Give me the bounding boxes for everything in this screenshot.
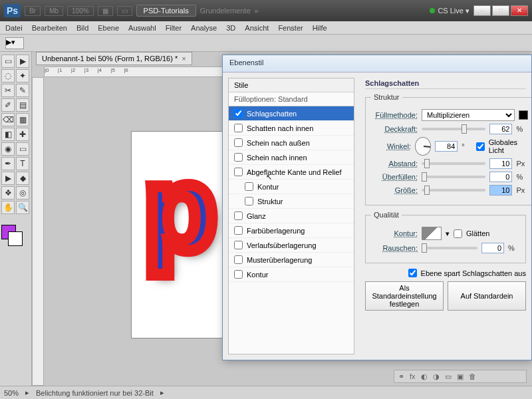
style-row-0[interactable]: Schlagschatten: [229, 106, 354, 121]
global-light-checkbox[interactable]: [476, 142, 485, 151]
tool-gradient[interactable]: ✚: [16, 128, 29, 141]
distance-slider[interactable]: [422, 162, 485, 165]
tool-blur[interactable]: ◉: [1, 142, 15, 156]
current-tool-icon[interactable]: ▶▾: [5, 37, 24, 49]
noise-input[interactable]: [481, 243, 504, 253]
style-row-7[interactable]: Glanz: [229, 209, 354, 223]
mask-icon[interactable]: ◐: [421, 372, 428, 381]
spread-input[interactable]: [489, 172, 512, 182]
tool-type[interactable]: T: [16, 157, 29, 170]
menu-analyse[interactable]: Analyse: [191, 24, 217, 32]
style-checkbox[interactable]: [234, 109, 243, 118]
style-row-3[interactable]: Schein nach innen: [229, 150, 354, 165]
knockout-checkbox[interactable]: [408, 269, 417, 277]
size-slider[interactable]: [422, 189, 485, 192]
tool-wand[interactable]: ✦: [16, 69, 29, 82]
bridge-badge[interactable]: Br: [25, 6, 41, 16]
zoom-level[interactable]: 100%: [67, 6, 94, 16]
menu-bild[interactable]: Bild: [76, 24, 88, 32]
noise-slider[interactable]: [422, 247, 477, 249]
angle-input[interactable]: [435, 141, 458, 152]
status-zoom[interactable]: 50%: [4, 389, 19, 397]
dialog-title[interactable]: Ebenenstil: [223, 55, 531, 72]
new-icon[interactable]: ▣: [457, 372, 464, 381]
workspace-active[interactable]: PSD-Tutorials: [136, 5, 196, 17]
tool-zoom[interactable]: 🔍: [16, 201, 29, 214]
size-input[interactable]: [489, 185, 512, 196]
workspace-more[interactable]: »: [255, 7, 259, 15]
spread-slider[interactable]: [422, 176, 485, 178]
style-row-2[interactable]: Schein nach außen: [229, 136, 354, 150]
style-checkbox[interactable]: [234, 124, 243, 132]
make-default-button[interactable]: Als Standardeinstellung festlegen: [365, 281, 444, 311]
fx-icon[interactable]: fx: [410, 372, 416, 380]
style-row-4[interactable]: Abgeflachte Kante und Relief↖: [229, 165, 354, 180]
minibridge-badge[interactable]: Mb: [45, 6, 63, 16]
tool-stamp[interactable]: ⌫: [1, 113, 15, 126]
reset-default-button[interactable]: Auf Standardein: [448, 281, 526, 311]
menu-3d[interactable]: 3D: [226, 24, 235, 32]
distance-input[interactable]: [489, 158, 512, 169]
tool-lasso[interactable]: ◌: [1, 69, 15, 82]
maximize-button[interactable]: □: [492, 5, 509, 16]
style-checkbox[interactable]: [234, 153, 243, 162]
tool-select[interactable]: ▶: [16, 55, 29, 68]
tool-path[interactable]: ▶: [1, 172, 15, 185]
antialias-checkbox[interactable]: [454, 229, 462, 238]
close-button[interactable]: ✕: [511, 5, 528, 16]
trash-icon[interactable]: 🗑: [469, 372, 476, 380]
folder-icon[interactable]: ▭: [445, 372, 452, 381]
background-color[interactable]: [8, 231, 23, 246]
style-row-9[interactable]: Verlaufsüberlagerung: [229, 238, 354, 253]
menu-fenster[interactable]: Fenster: [278, 24, 303, 32]
cs-live[interactable]: CS Live ▾: [430, 7, 469, 15]
menu-auswahl[interactable]: Auswahl: [128, 24, 156, 32]
style-row-5[interactable]: Kontur: [229, 180, 354, 194]
tool-eraser[interactable]: ◧: [1, 128, 15, 141]
arrange-icon[interactable]: ▦: [98, 6, 113, 16]
menu-ansicht[interactable]: Ansicht: [245, 24, 269, 32]
style-checkbox[interactable]: [234, 255, 243, 264]
style-row-10[interactable]: Musterüberlagerung: [229, 253, 354, 267]
style-checkbox[interactable]: [234, 270, 243, 279]
style-checkbox[interactable]: [245, 197, 253, 205]
style-checkbox[interactable]: [234, 138, 243, 147]
tool-dodge[interactable]: ▭: [16, 142, 29, 156]
style-checkbox[interactable]: [234, 241, 243, 249]
fill-options[interactable]: Fülloptionen: Standard: [229, 92, 354, 106]
tool-3d[interactable]: ❖: [1, 186, 15, 200]
screenmode-icon[interactable]: ▭: [117, 6, 132, 16]
angle-dial[interactable]: [415, 137, 431, 156]
tool-brush[interactable]: ▤: [16, 98, 29, 112]
tool-move[interactable]: ▭: [1, 55, 15, 68]
workspace-other[interactable]: Grundelemente: [200, 7, 251, 15]
shadow-color-swatch[interactable]: [519, 110, 528, 120]
style-checkbox[interactable]: [234, 168, 243, 176]
style-checkbox[interactable]: [245, 182, 253, 191]
document-tab[interactable]: Unbenannt-1 bei 50% (Form 1, RGB/16) *×: [36, 52, 192, 65]
style-checkbox[interactable]: [234, 211, 243, 220]
styles-header[interactable]: Stile: [229, 78, 354, 92]
style-row-6[interactable]: Struktur: [229, 194, 354, 209]
opacity-input[interactable]: [489, 124, 512, 134]
tab-close-icon[interactable]: ×: [182, 55, 186, 63]
tool-eyedrop[interactable]: ✎: [16, 84, 29, 97]
menu-filter[interactable]: Filter: [166, 24, 182, 32]
tool-pen[interactable]: ✒: [1, 157, 15, 170]
style-row-8[interactable]: Farbüberlagerung: [229, 223, 354, 238]
tool-shape[interactable]: ◆: [16, 172, 29, 185]
style-checkbox[interactable]: [234, 226, 243, 235]
tool-hand[interactable]: ✋: [1, 201, 15, 214]
menu-datei[interactable]: Datei: [5, 24, 23, 32]
tool-heal[interactable]: ✐: [1, 98, 15, 112]
adjust-icon[interactable]: ◑: [433, 372, 440, 381]
tool-history[interactable]: ▦: [16, 113, 29, 126]
menu-bearbeiten[interactable]: Bearbeiten: [32, 24, 67, 32]
tool-crop[interactable]: ✂: [1, 84, 15, 97]
menu-hilfe[interactable]: Hilfe: [313, 24, 327, 32]
style-row-11[interactable]: Kontur: [229, 267, 354, 282]
style-row-1[interactable]: Schatten nach innen: [229, 121, 354, 136]
tool-3dcam[interactable]: ◎: [16, 186, 29, 200]
blendmode-select[interactable]: Multiplizieren: [422, 109, 515, 121]
link-icon[interactable]: ⚭: [398, 372, 404, 381]
